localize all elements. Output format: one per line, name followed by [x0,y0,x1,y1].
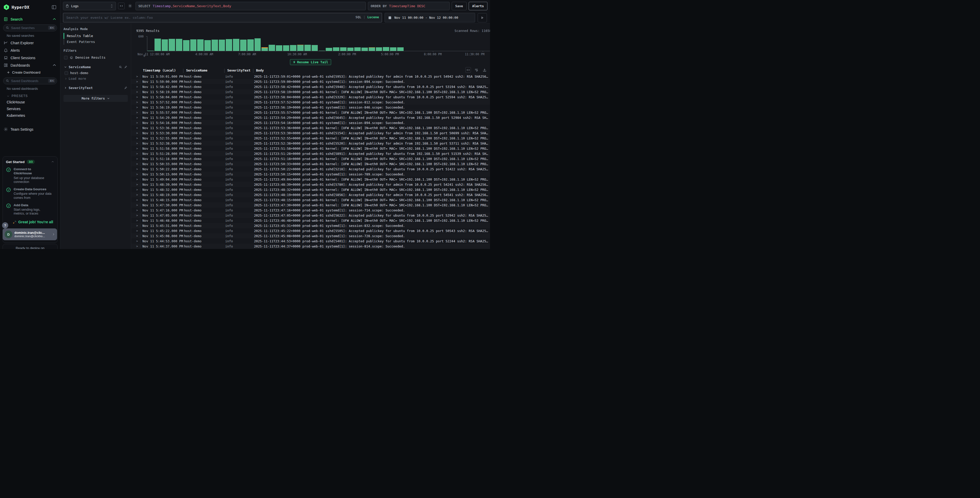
table-row[interactable]: > Nov 11 5:47:30.000 PM host-demo info 2… [131,203,490,208]
analysis-mode-event-patterns[interactable]: Event Patterns [64,39,128,45]
table-row[interactable]: > Nov 11 5:58:19.000 PM host-demo info 2… [131,89,490,94]
histogram-bar[interactable] [269,45,275,51]
help-button[interactable]: ? [2,222,8,228]
table-row[interactable]: > Nov 11 5:57:52.000 PM host-demo info 2… [131,99,490,105]
table-row[interactable]: > Nov 11 5:53:30.000 PM host-demo info 2… [131,131,490,136]
user-menu[interactable]: D dominic.tran@clic... dominic.tran@clic… [3,228,57,240]
create-dashboard-button[interactable]: Create Dashboard [0,69,60,76]
table-row[interactable]: > Nov 11 5:47:05.000 PM host-demo info 2… [131,213,490,218]
histogram-bar[interactable] [154,38,161,51]
histogram-bar[interactable] [283,45,290,51]
histogram-bar-warn[interactable] [369,47,375,48]
table-row[interactable]: > Nov 11 5:45:22.000 PM host-demo info 2… [131,228,490,233]
edit-columns-button[interactable] [465,67,471,73]
sidebar-item-search[interactable]: Search [0,16,60,23]
get-started-step[interactable]: Connect to ClickHouse Set up your databa… [6,167,54,184]
presets-toggle[interactable]: PRESETS [0,92,60,99]
table-row[interactable]: > Nov 11 5:50:15.000 PM host-demo info 2… [131,172,490,177]
column-header-servicename[interactable]: ServiceName [185,69,226,72]
table-row[interactable]: > Nov 11 5:44:53.000 PM host-demo info 2… [131,238,490,244]
event-search-input[interactable] [63,13,382,22]
run-query-button[interactable] [478,13,487,22]
histogram-bar[interactable] [383,47,389,51]
histogram-bar[interactable] [354,47,361,51]
select-columns-input[interactable]: SELECT Timestamp,ServiceName,SeverityTex… [135,2,366,10]
histogram-bar[interactable] [276,45,282,51]
table-row[interactable]: > Nov 11 5:45:08.000 PM host-demo info 2… [131,233,490,238]
table-row[interactable]: > Nov 11 5:58:42.000 PM host-demo info 2… [131,84,490,89]
get-started-step[interactable]: Create Data Sources Configure where your… [6,187,54,200]
histogram-bar[interactable] [162,39,168,51]
histogram-bar[interactable] [147,51,154,51]
table-row[interactable]: > Nov 11 5:48:39.000 PM host-demo info 2… [131,182,490,187]
histogram-bar[interactable] [204,40,211,51]
histogram-bar[interactable] [312,45,318,51]
source-select[interactable]: Logs [63,2,116,10]
histogram-bar[interactable] [212,40,218,51]
histogram-bar-warn[interactable] [261,47,268,48]
wrap-lines-button[interactable] [474,67,479,73]
table-row[interactable]: > Nov 11 5:52:38.000 PM host-demo info 2… [131,141,490,146]
column-header-timestamp[interactable]: Timestamp (Local) [142,69,185,72]
table-row[interactable]: > Nov 11 5:48:19.000 PM host-demo info 2… [131,192,490,197]
histogram-bar[interactable] [304,45,311,51]
sidebar-item-client-sessions[interactable]: Client Sessions [0,54,60,61]
host-demo-checkbox[interactable] [65,71,68,75]
more-filters-button[interactable]: More filters [64,95,128,102]
histogram-bar[interactable] [233,39,239,51]
denoise-checkbox[interactable] [64,56,68,59]
table-row[interactable]: > Nov 11 5:51:58.000 PM host-demo info 2… [131,146,490,151]
histogram-bar[interactable] [190,39,197,51]
histogram-bar[interactable] [347,48,354,51]
pin-icon[interactable] [124,65,127,69]
sidebar-collapse-icon[interactable] [51,5,57,10]
table-row[interactable]: > Nov 11 5:50:33.000 PM host-demo info 2… [131,161,490,166]
histogram-bar[interactable] [397,47,404,51]
histogram-bar[interactable] [169,39,175,51]
histogram-bar[interactable] [297,45,304,51]
histogram-bar[interactable] [390,47,396,51]
analysis-mode-results-table[interactable]: Results Table [64,33,128,39]
table-row[interactable]: > Nov 11 5:45:31.000 PM host-demo info 2… [131,223,490,228]
table-row[interactable]: > Nov 11 5:51:18.000 PM host-demo info 2… [131,156,490,161]
order-by-input[interactable]: ORDER BY TimestampTime DESC [368,2,450,10]
filter-group-severitytext[interactable]: SeverityText [64,85,128,91]
table-row[interactable]: > Nov 11 5:51:28.000 PM host-demo info 2… [131,151,490,156]
histogram-bar[interactable] [226,39,232,51]
histogram-bar[interactable] [333,47,339,51]
table-row[interactable]: > Nov 11 5:48:32.000 PM host-demo info 2… [131,187,490,192]
lucene-mode-button[interactable]: Lucene [368,15,379,19]
save-button[interactable]: Save [452,2,467,10]
table-row[interactable]: > Nov 11 5:47:16.000 PM host-demo info 2… [131,208,490,213]
resume-live-tail-button[interactable]: Resume Live Tail [290,59,331,65]
table-row[interactable]: > Nov 11 5:44:37.000 PM host-demo info 2… [131,244,490,249]
table-row[interactable]: > Nov 11 5:53:36.000 PM host-demo info 2… [131,125,490,131]
table-row[interactable]: > Nov 11 5:54:16.000 PM host-demo info 2… [131,120,490,125]
histogram-bar[interactable] [361,48,368,51]
table-row[interactable]: > Nov 11 5:52:55.000 PM host-demo info 2… [131,136,490,141]
column-header-severitytext[interactable]: SeverityText [226,69,255,72]
get-started-step[interactable]: Add Data Start sending logs, metrics, or… [6,203,54,216]
sidebar-item-dashboards[interactable]: Dashboards [0,61,60,69]
table-row[interactable]: > Nov 11 5:59:00.000 PM host-demo info 2… [131,79,490,84]
histogram-bar[interactable] [369,48,375,51]
histogram-bar[interactable] [197,39,204,51]
sidebar-item-chart-explorer[interactable]: Chart Explorer [0,39,60,46]
histogram-bar[interactable] [290,45,296,51]
histogram-bar[interactable] [376,47,382,51]
histogram-bar[interactable] [183,40,189,51]
histogram-bar[interactable] [261,48,268,51]
histogram-bar[interactable] [326,48,332,51]
table-row[interactable]: > Nov 11 5:56:19.000 PM host-demo info 2… [131,105,490,110]
edit-source-button[interactable] [118,3,125,9]
histogram-bar[interactable] [255,38,261,51]
chevron-up-icon[interactable] [51,160,54,163]
search-icon[interactable] [119,65,122,69]
histogram-bar[interactable] [319,51,325,51]
histogram-bar[interactable] [219,40,225,51]
table-row[interactable]: > Nov 11 5:54:29.000 PM host-demo info 2… [131,115,490,120]
filter-group-servicename[interactable]: ServiceName [64,64,128,70]
load-more-button[interactable]: Load more [64,76,128,81]
preset-link-clickhouse[interactable]: ClickHouse [0,99,60,105]
preset-link-kubernetes[interactable]: Kubernetes [0,112,60,119]
